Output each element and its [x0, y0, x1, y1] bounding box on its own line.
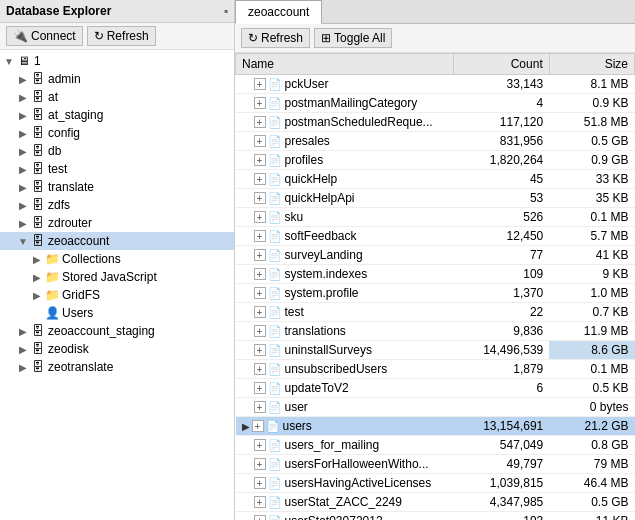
- row-count: 13,154,691: [453, 417, 549, 436]
- right-toolbar: ↻ Refresh ⊞ Toggle All: [235, 24, 635, 53]
- row-expand-plus-icon[interactable]: +: [254, 211, 266, 223]
- table-row[interactable]: +📄postmanMailingCategory40.9 KB: [236, 94, 635, 113]
- tree-expander-test[interactable]: ▶: [16, 162, 30, 176]
- row-expand-plus-icon[interactable]: +: [254, 97, 266, 109]
- tree-item-at_staging[interactable]: ▶🗄at_staging: [0, 106, 234, 124]
- row-expand-plus-icon[interactable]: +: [254, 477, 266, 489]
- tree-expander-zdfs[interactable]: ▶: [16, 198, 30, 212]
- tree-label-db: db: [48, 144, 61, 158]
- table-row[interactable]: +📄sku5260.1 MB: [236, 208, 635, 227]
- tree-item-users_node[interactable]: 👤Users: [0, 304, 234, 322]
- toggle-all-button[interactable]: ⊞ Toggle All: [314, 28, 392, 48]
- row-expand-plus-icon[interactable]: +: [254, 287, 266, 299]
- tree-item-translate[interactable]: ▶🗄translate: [0, 178, 234, 196]
- tree-item-zeotranslate[interactable]: ▶🗄zeotranslate: [0, 358, 234, 376]
- tree-item-zdrouter[interactable]: ▶🗄zdrouter: [0, 214, 234, 232]
- table-row[interactable]: +📄profiles1,820,2640.9 GB: [236, 151, 635, 170]
- tree-expander-root1[interactable]: ▼: [2, 54, 16, 68]
- row-expand-plus-icon[interactable]: +: [254, 363, 266, 375]
- tab-label: zeoaccount: [248, 5, 309, 19]
- tree-expander-config[interactable]: ▶: [16, 126, 30, 140]
- row-expand-plus-icon[interactable]: +: [254, 458, 266, 470]
- table-row[interactable]: +📄softFeedback12,4505.7 MB: [236, 227, 635, 246]
- table-row[interactable]: +📄pckUser33,1438.1 MB: [236, 75, 635, 94]
- row-expand-plus-icon[interactable]: +: [254, 154, 266, 166]
- tree-item-at[interactable]: ▶🗄at: [0, 88, 234, 106]
- table-row[interactable]: +📄quickHelp4533 KB: [236, 170, 635, 189]
- table-row[interactable]: +📄system.indexes1099 KB: [236, 265, 635, 284]
- row-expand-plus-icon[interactable]: +: [254, 192, 266, 204]
- tree-item-test[interactable]: ▶🗄test: [0, 160, 234, 178]
- tree-expander-at_staging[interactable]: ▶: [16, 108, 30, 122]
- row-expand-plus-icon[interactable]: +: [254, 401, 266, 413]
- row-expand-plus-icon[interactable]: +: [254, 344, 266, 356]
- tree-expander-zeodisk[interactable]: ▶: [16, 342, 30, 356]
- table-row[interactable]: +📄translations9,83611.9 MB: [236, 322, 635, 341]
- tree-item-admin[interactable]: ▶🗄admin: [0, 70, 234, 88]
- tree-item-zeodisk[interactable]: ▶🗄zeodisk: [0, 340, 234, 358]
- table-row[interactable]: +📄userStat0307201219311 KB: [236, 512, 635, 521]
- row-expand-plus-icon[interactable]: +: [254, 173, 266, 185]
- left-header: Database Explorer ▪: [0, 0, 234, 23]
- row-expand-plus-icon[interactable]: +: [254, 439, 266, 451]
- table-row[interactable]: +📄uninstallSurveys14,496,5398.6 GB: [236, 341, 635, 360]
- row-expand-plus-icon[interactable]: +: [254, 230, 266, 242]
- tree-item-gridfs[interactable]: ▶📁GridFS: [0, 286, 234, 304]
- row-expand-plus-icon[interactable]: +: [254, 249, 266, 261]
- tree-expander-collections[interactable]: ▶: [30, 252, 44, 266]
- tree-item-zeoaccount_staging[interactable]: ▶🗄zeoaccount_staging: [0, 322, 234, 340]
- tree-item-collections[interactable]: ▶📁Collections: [0, 250, 234, 268]
- row-expand-plus-icon[interactable]: +: [254, 306, 266, 318]
- row-name: unsubscribedUsers: [285, 362, 388, 376]
- left-refresh-button[interactable]: ↻ Refresh: [87, 26, 156, 46]
- table-row[interactable]: +📄test220.7 KB: [236, 303, 635, 322]
- row-expand-icon[interactable]: ▶: [242, 421, 250, 432]
- row-expand-plus-icon[interactable]: +: [252, 420, 264, 432]
- pin-icon[interactable]: ▪: [224, 4, 228, 18]
- zeoaccount-tab[interactable]: zeoaccount: [235, 0, 322, 24]
- table-row[interactable]: +📄postmanScheduledReque...117,12051.8 MB: [236, 113, 635, 132]
- row-expand-plus-icon[interactable]: +: [254, 382, 266, 394]
- table-row[interactable]: +📄usersHavingActiveLicenses1,039,81546.4…: [236, 474, 635, 493]
- tree-item-config[interactable]: ▶🗄config: [0, 124, 234, 142]
- tree-expander-at[interactable]: ▶: [16, 90, 30, 104]
- table-row[interactable]: +📄user0 bytes: [236, 398, 635, 417]
- connect-button[interactable]: 🔌 Connect: [6, 26, 83, 46]
- table-row[interactable]: +📄presales831,9560.5 GB: [236, 132, 635, 151]
- tree-item-db[interactable]: ▶🗄db: [0, 142, 234, 160]
- table-row[interactable]: +📄userStat_ZACC_22494,347,9850.5 GB: [236, 493, 635, 512]
- row-expand-plus-icon[interactable]: +: [254, 116, 266, 128]
- tree-expander-db[interactable]: ▶: [16, 144, 30, 158]
- row-expand-plus-icon[interactable]: +: [254, 496, 266, 508]
- tree-item-zdfs[interactable]: ▶🗄zdfs: [0, 196, 234, 214]
- row-name: quickHelp: [285, 172, 338, 186]
- row-expand-plus-icon[interactable]: +: [254, 268, 266, 280]
- tree-expander-zeotranslate[interactable]: ▶: [16, 360, 30, 374]
- tree-item-storedjs[interactable]: ▶📁Stored JavaScript: [0, 268, 234, 286]
- table-row[interactable]: +📄updateToV260.5 KB: [236, 379, 635, 398]
- tree-item-zeoaccount[interactable]: ▼🗄zeoaccount: [0, 232, 234, 250]
- table-row[interactable]: +📄usersForHalloweenWitho...49,79779 MB: [236, 455, 635, 474]
- row-expand-plus-icon[interactable]: +: [254, 325, 266, 337]
- tree-item-root1[interactable]: ▼🖥1: [0, 52, 234, 70]
- tree-expander-zeoaccount_staging[interactable]: ▶: [16, 324, 30, 338]
- tree-expander-admin[interactable]: ▶: [16, 72, 30, 86]
- tree-expander-storedjs[interactable]: ▶: [30, 270, 44, 284]
- tree-expander-zeoaccount[interactable]: ▼: [16, 234, 30, 248]
- tree-expander-translate[interactable]: ▶: [16, 180, 30, 194]
- row-expand-plus-icon[interactable]: +: [254, 515, 266, 520]
- table-row[interactable]: +📄surveyLanding7741 KB: [236, 246, 635, 265]
- right-refresh-button[interactable]: ↻ Refresh: [241, 28, 310, 48]
- table-row[interactable]: +📄system.profile1,3701.0 MB: [236, 284, 635, 303]
- tree-expander-gridfs[interactable]: ▶: [30, 288, 44, 302]
- table-row[interactable]: +📄users_for_mailing547,0490.8 GB: [236, 436, 635, 455]
- table-row[interactable]: +📄unsubscribedUsers1,8790.1 MB: [236, 360, 635, 379]
- tree-expander-zdrouter[interactable]: ▶: [16, 216, 30, 230]
- row-expand-plus-icon[interactable]: +: [254, 135, 266, 147]
- row-expand-plus-icon[interactable]: +: [254, 78, 266, 90]
- row-name: system.profile: [285, 286, 359, 300]
- table-row[interactable]: +📄quickHelpApi5335 KB: [236, 189, 635, 208]
- table-row[interactable]: ▶+📄users13,154,69121.2 GB: [236, 417, 635, 436]
- left-refresh-icon: ↻: [94, 29, 104, 43]
- right-panel: zeoaccount ↻ Refresh ⊞ Toggle All Name C…: [235, 0, 635, 520]
